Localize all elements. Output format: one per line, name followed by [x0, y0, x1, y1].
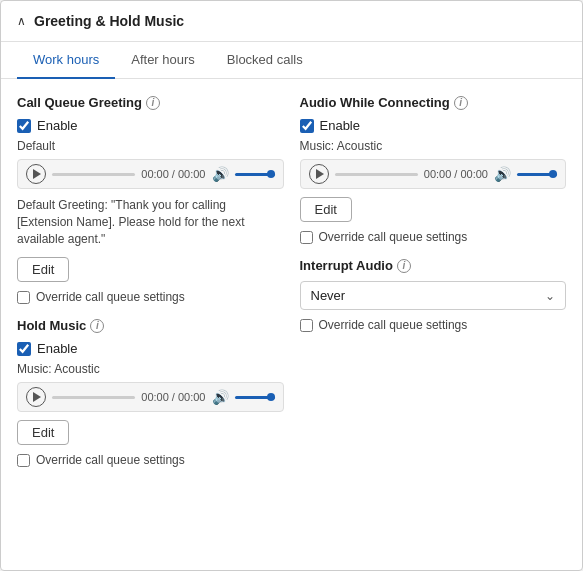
hold-music-title: Hold Music i — [17, 318, 284, 333]
call-queue-greeting-enable-label: Enable — [37, 118, 77, 133]
hold-music-volume-slider[interactable] — [235, 396, 275, 399]
interrupt-audio-override-checkbox[interactable] — [300, 319, 313, 332]
hold-music-enable-row: Enable — [17, 341, 284, 356]
interrupt-audio-override-row: Override call queue settings — [300, 318, 567, 332]
call-queue-greeting-override-label: Override call queue settings — [36, 290, 185, 304]
interrupt-audio-dropdown-value: Never — [311, 288, 346, 303]
audio-while-connecting-enable-checkbox[interactable] — [300, 119, 314, 133]
tab-bar: Work hours After hours Blocked calls — [1, 42, 582, 79]
call-queue-greeting-title: Call Queue Greeting i — [17, 95, 284, 110]
tab-blocked-calls[interactable]: Blocked calls — [211, 42, 319, 79]
call-queue-greeting-sublabel: Default — [17, 139, 284, 153]
call-queue-greeting-player: 00:00 / 00:00 🔊 — [17, 159, 284, 189]
hold-music-override-label: Override call queue settings — [36, 453, 185, 467]
collapse-icon[interactable]: ∧ — [17, 14, 26, 28]
hold-music-volume-icon[interactable]: 🔊 — [212, 389, 229, 405]
audio-while-connecting-override-label: Override call queue settings — [319, 230, 468, 244]
call-queue-greeting-info-icon[interactable]: i — [146, 96, 160, 110]
card-title: Greeting & Hold Music — [34, 13, 184, 29]
hold-music-section: Hold Music i Enable Music: Acoustic 00:0… — [17, 318, 284, 467]
audio-while-connecting-info-icon[interactable]: i — [454, 96, 468, 110]
audio-while-connecting-time: 00:00 / 00:00 — [424, 168, 488, 180]
audio-while-connecting-volume-icon[interactable]: 🔊 — [494, 166, 511, 182]
dropdown-arrow-icon: ⌄ — [545, 289, 555, 303]
play-triangle-icon — [33, 169, 41, 179]
hold-music-play-button[interactable] — [26, 387, 46, 407]
call-queue-greeting-play-button[interactable] — [26, 164, 46, 184]
call-queue-greeting-enable-checkbox[interactable] — [17, 119, 31, 133]
audio-while-connecting-enable-row: Enable — [300, 118, 567, 133]
tab-content: Call Queue Greeting i Enable Default 00:… — [1, 79, 582, 483]
right-column: Audio While Connecting i Enable Music: A… — [300, 95, 567, 467]
call-queue-greeting-progress[interactable] — [52, 173, 135, 176]
play-triangle-icon-3 — [316, 169, 324, 179]
audio-while-connecting-section: Audio While Connecting i Enable Music: A… — [300, 95, 567, 244]
audio-while-connecting-title: Audio While Connecting i — [300, 95, 567, 110]
hold-music-override-checkbox[interactable] — [17, 454, 30, 467]
tab-after-hours[interactable]: After hours — [115, 42, 211, 79]
left-column: Call Queue Greeting i Enable Default 00:… — [17, 95, 284, 467]
hold-music-sublabel: Music: Acoustic — [17, 362, 284, 376]
interrupt-audio-section: Interrupt Audio i Never ⌄ Override call … — [300, 258, 567, 332]
interrupt-audio-info-icon[interactable]: i — [397, 259, 411, 273]
audio-while-connecting-override-checkbox[interactable] — [300, 231, 313, 244]
call-queue-greeting-section: Call Queue Greeting i Enable Default 00:… — [17, 95, 284, 304]
audio-while-connecting-edit-button[interactable]: Edit — [300, 197, 352, 222]
interrupt-audio-dropdown[interactable]: Never ⌄ — [300, 281, 567, 310]
audio-while-connecting-override-row: Override call queue settings — [300, 230, 567, 244]
greeting-hold-music-card: ∧ Greeting & Hold Music Work hours After… — [0, 0, 583, 571]
call-queue-greeting-volume-icon[interactable]: 🔊 — [212, 166, 229, 182]
play-triangle-icon-2 — [33, 392, 41, 402]
default-greeting-text: Default Greeting: "Thank you for calling… — [17, 197, 284, 247]
call-queue-greeting-edit-button[interactable]: Edit — [17, 257, 69, 282]
call-queue-greeting-override-row: Override call queue settings — [17, 290, 284, 304]
call-queue-greeting-volume-slider[interactable] — [235, 173, 275, 176]
hold-music-info-icon[interactable]: i — [90, 319, 104, 333]
hold-music-enable-label: Enable — [37, 341, 77, 356]
tab-work-hours[interactable]: Work hours — [17, 42, 115, 79]
interrupt-audio-title: Interrupt Audio i — [300, 258, 567, 273]
audio-while-connecting-progress[interactable] — [335, 173, 418, 176]
call-queue-greeting-override-checkbox[interactable] — [17, 291, 30, 304]
audio-while-connecting-enable-label: Enable — [320, 118, 360, 133]
hold-music-progress[interactable] — [52, 396, 135, 399]
hold-music-override-row: Override call queue settings — [17, 453, 284, 467]
audio-while-connecting-player: 00:00 / 00:00 🔊 — [300, 159, 567, 189]
audio-while-connecting-play-button[interactable] — [309, 164, 329, 184]
call-queue-greeting-enable-row: Enable — [17, 118, 284, 133]
two-column-layout: Call Queue Greeting i Enable Default 00:… — [17, 95, 566, 467]
hold-music-enable-checkbox[interactable] — [17, 342, 31, 356]
call-queue-greeting-time: 00:00 / 00:00 — [141, 168, 205, 180]
audio-while-connecting-volume-slider[interactable] — [517, 173, 557, 176]
hold-music-time: 00:00 / 00:00 — [141, 391, 205, 403]
interrupt-audio-override-label: Override call queue settings — [319, 318, 468, 332]
hold-music-edit-button[interactable]: Edit — [17, 420, 69, 445]
card-header: ∧ Greeting & Hold Music — [1, 1, 582, 42]
hold-music-player: 00:00 / 00:00 🔊 — [17, 382, 284, 412]
audio-while-connecting-sublabel: Music: Acoustic — [300, 139, 567, 153]
